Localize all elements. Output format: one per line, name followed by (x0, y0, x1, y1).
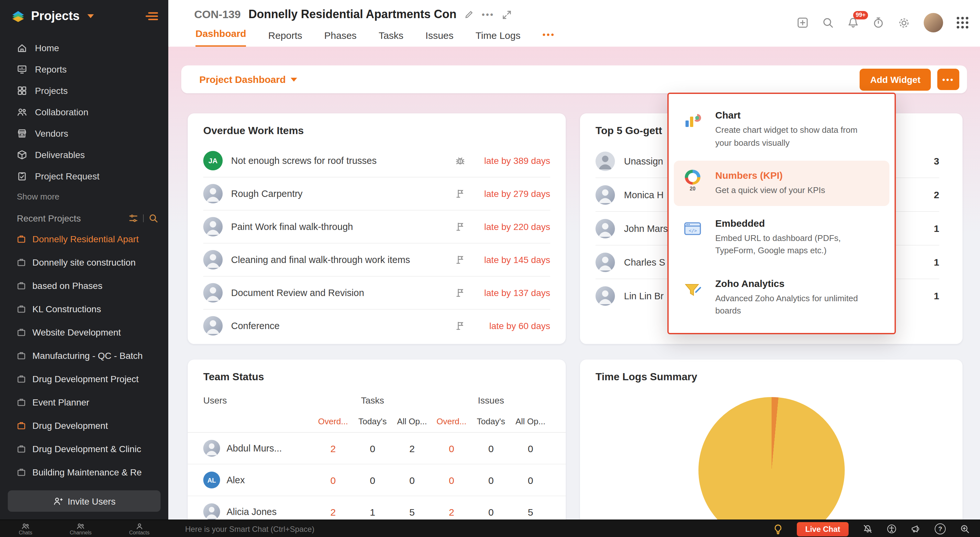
sidebar-item-collaboration[interactable]: Collaboration (0, 101, 168, 123)
work-item-name[interactable]: Cleaning and final walk-through work ite… (231, 255, 447, 265)
work-item-name[interactable]: Rough Carpentry (231, 188, 447, 199)
cell-value[interactable]: 5 (392, 506, 432, 517)
notifications-bell-icon[interactable]: 99+ (847, 17, 859, 29)
add-panel-icon[interactable] (797, 17, 808, 29)
work-item-name[interactable]: Paint Work final walk-through (231, 221, 447, 232)
zoom-icon[interactable] (960, 524, 970, 534)
menu-item-embedded[interactable]: </> Embedded Embed URL to dashboard (PDF… (669, 207, 894, 267)
subcol-overdue[interactable]: Overd... (437, 416, 467, 426)
overdue-item[interactable]: Conference late by 60 days (203, 309, 550, 342)
overdue-item[interactable]: Cleaning and final walk-through work ite… (203, 243, 550, 276)
subcol-overdue[interactable]: Overd... (318, 416, 348, 426)
project-item[interactable]: Drug Development Project (0, 367, 168, 390)
cell-value[interactable]: 1 (353, 506, 392, 517)
cell-value[interactable]: 0 (353, 443, 392, 454)
expand-icon[interactable] (502, 10, 511, 19)
cell-value[interactable]: 0 (353, 475, 392, 486)
edit-icon[interactable] (464, 10, 474, 19)
toolbar-more-button[interactable]: ••• (937, 69, 959, 90)
project-item[interactable]: Event Planner (0, 390, 168, 414)
time-logs-pie[interactable] (698, 397, 845, 519)
subcol-all-open[interactable]: All Op... (397, 416, 427, 426)
menu-item-zoho-analytics[interactable]: Zoho Analytics Advanced Zoho Analytics f… (669, 267, 894, 327)
sidebar-collapse-icon[interactable] (145, 11, 158, 21)
accessibility-icon[interactable] (887, 524, 897, 534)
cell-value[interactable]: 0 (471, 475, 511, 486)
dock-channels[interactable]: Channels (70, 523, 92, 535)
project-item[interactable]: Drug Development (0, 414, 168, 437)
tab-time-logs[interactable]: Time Logs (476, 30, 520, 47)
tab-tasks[interactable]: Tasks (379, 30, 404, 47)
live-chat-button[interactable]: Live Chat (797, 522, 849, 536)
apps-grid-icon[interactable] (957, 17, 968, 29)
work-item-name[interactable]: Not enough screws for roof trusses (231, 155, 447, 166)
tab-issues[interactable]: Issues (426, 30, 454, 47)
widget-title: Time Logs Summary (580, 360, 963, 390)
sidebar-item-projects[interactable]: Projects (0, 80, 168, 101)
mute-bell-icon[interactable] (863, 524, 873, 534)
portal-caret-icon[interactable] (88, 14, 94, 18)
add-widget-button[interactable]: Add Widget (860, 69, 931, 90)
work-item-name[interactable]: Conference (231, 321, 447, 331)
dock-chats[interactable]: Chats (19, 523, 32, 535)
overdue-item[interactable]: JA Not enough screws for roof trusses la… (203, 145, 550, 177)
cell-value[interactable]: 2 (432, 506, 471, 517)
cell-value[interactable]: 0 (511, 443, 550, 454)
cell-value[interactable]: 0 (392, 475, 432, 486)
cell-value[interactable]: 0 (511, 475, 550, 486)
project-item[interactable]: Manufacturing - QC - Batch (0, 344, 168, 367)
tab-reports[interactable]: Reports (268, 30, 302, 47)
team-status-row[interactable]: Abdul Murs... 2 0 2 0 0 0 (188, 433, 566, 464)
help-icon[interactable]: ? (935, 523, 946, 534)
project-item[interactable]: Website Development (0, 321, 168, 344)
cell-value[interactable]: 2 (313, 443, 353, 454)
search-icon[interactable] (822, 17, 834, 29)
project-item[interactable]: Donnelly Residential Apart (0, 227, 168, 251)
title-more-icon[interactable]: ••• (482, 10, 494, 19)
cell-value[interactable]: 0 (313, 475, 353, 486)
sidebar-item-reports[interactable]: Reports (0, 58, 168, 80)
project-item[interactable]: Donnelly site construction (0, 251, 168, 274)
dock-contacts[interactable]: Contacts (129, 523, 150, 535)
subcol-all-open[interactable]: All Op... (515, 416, 546, 426)
subcol-todays[interactable]: Today's (358, 416, 387, 426)
cell-value[interactable]: 0 (471, 506, 511, 517)
subcol-todays[interactable]: Today's (477, 416, 505, 426)
sidebar-item-home[interactable]: Home (0, 37, 168, 58)
project-item[interactable]: KL Constructions (0, 297, 168, 321)
menu-item-chart[interactable]: Chart Create chart widget to show data f… (669, 99, 894, 159)
cell-value[interactable]: 0 (432, 443, 471, 454)
dashboard-selector[interactable]: Project Dashboard (199, 74, 298, 85)
cell-value[interactable]: 2 (392, 443, 432, 454)
tab-dashboard[interactable]: Dashboard (196, 28, 246, 47)
search-icon[interactable] (149, 214, 158, 223)
team-status-row[interactable]: ALAlex 0 0 0 0 0 0 (188, 464, 566, 496)
project-item[interactable]: Building Maintenance & Re (0, 461, 168, 484)
filter-icon[interactable] (129, 214, 138, 223)
overdue-item[interactable]: Paint Work final walk-through late by 22… (203, 210, 550, 243)
cell-value[interactable]: 5 (511, 506, 550, 517)
project-item[interactable]: based on Phases (0, 274, 168, 297)
show-more-link[interactable]: Show more (0, 186, 168, 204)
sidebar-item-vendors[interactable]: Vendors (0, 123, 168, 144)
announcement-icon[interactable] (911, 524, 920, 534)
project-item[interactable]: Drug Development & Clinic (0, 437, 168, 461)
cell-value[interactable]: 2 (313, 506, 353, 517)
tips-bulb-icon[interactable] (773, 524, 783, 534)
cell-value[interactable]: 0 (432, 475, 471, 486)
timer-icon[interactable] (873, 17, 884, 29)
smart-chat-input[interactable] (184, 524, 491, 534)
more-tabs-icon[interactable]: ••• (542, 30, 555, 47)
settings-gear-icon[interactable] (898, 16, 910, 29)
cell-value[interactable]: 0 (471, 443, 511, 454)
tab-phases[interactable]: Phases (324, 30, 357, 47)
team-status-row[interactable]: Alicia Jones 2 1 5 2 0 5 (188, 496, 566, 519)
user-avatar[interactable] (924, 13, 943, 32)
overdue-item[interactable]: Document Review and Revision late by 137… (203, 276, 550, 309)
invite-users-button[interactable]: Invite Users (8, 490, 161, 512)
menu-item-numbers-kpi[interactable]: 20 Numbers (KPI) Get a quick view of you… (674, 161, 889, 206)
sidebar-item-project-request[interactable]: Project Request (0, 165, 168, 186)
overdue-item[interactable]: Rough Carpentry late by 279 days (203, 177, 550, 210)
work-item-name[interactable]: Document Review and Revision (231, 288, 447, 298)
sidebar-item-deliverables[interactable]: Deliverables (0, 144, 168, 165)
